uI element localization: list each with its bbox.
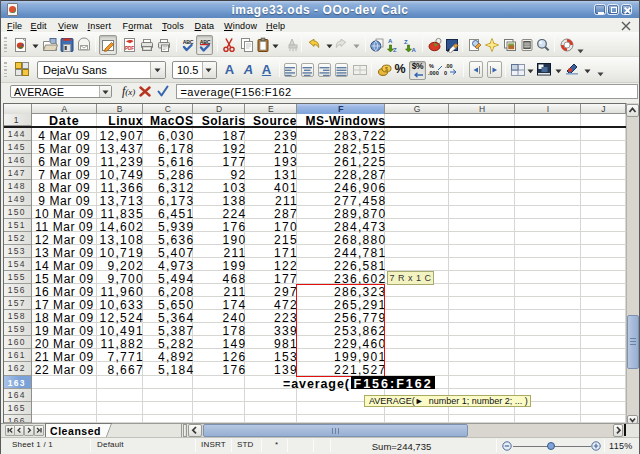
svg-text:$: $ — [385, 66, 388, 72]
svg-text:Z: Z — [404, 39, 408, 45]
svg-text:%: % — [429, 63, 434, 69]
svg-text:ABC: ABC — [199, 39, 210, 45]
svg-text:0: 0 — [444, 70, 447, 76]
svg-text:PDF: PDF — [125, 46, 134, 51]
svg-text:.000: .000 — [428, 70, 439, 76]
svg-text:A: A — [388, 38, 393, 44]
svg-text:.00: .00 — [445, 63, 453, 69]
svg-text:A: A — [412, 47, 417, 53]
svg-text:Z: Z — [393, 47, 397, 53]
svg-text:ABC: ABC — [183, 39, 194, 45]
